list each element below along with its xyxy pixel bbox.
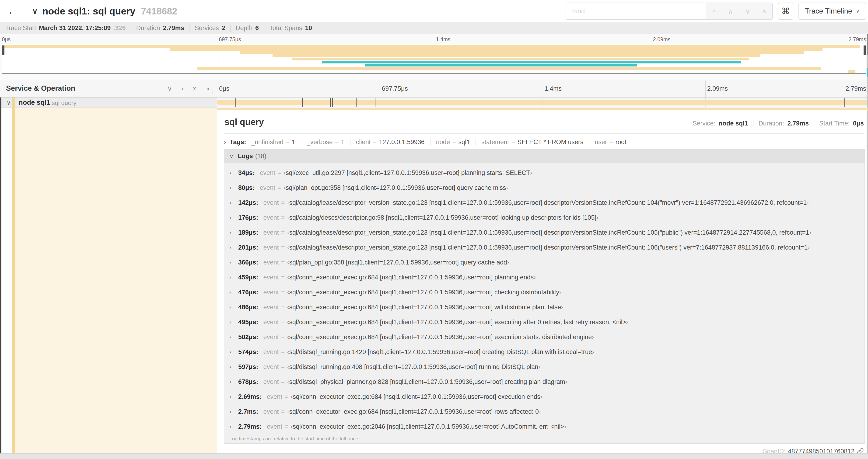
span-bar-cell[interactable]: [217, 97, 868, 108]
log-entry[interactable]: ›80μs:event=‹sql/plan_opt.go:358 [nsql1,…: [224, 180, 865, 195]
span-duration-bar[interactable]: [217, 100, 868, 105]
log-expander-icon[interactable]: ›: [229, 259, 238, 266]
log-entry[interactable]: ›678μs:event=‹sql/distsql_physical_plann…: [224, 374, 865, 389]
log-expander-icon[interactable]: ›: [229, 423, 238, 430]
tag-item[interactable]: _unfinished=1: [251, 138, 296, 146]
log-expander-icon[interactable]: ›: [229, 334, 238, 340]
collapse-all-icon[interactable]: »: [191, 87, 198, 91]
column-resizer-grip[interactable]: ∥: [211, 89, 214, 95]
log-entry[interactable]: ›142μs:event=‹sql/catalog/lease/descript…: [224, 195, 865, 210]
log-expander-icon[interactable]: ›: [229, 393, 238, 400]
trace-start: Trace Start March 31 2022, 17:25:09.326: [5, 25, 126, 32]
clear-find-icon[interactable]: ×: [762, 7, 767, 15]
log-timestamp: 142μs:: [238, 199, 258, 206]
log-equals: =: [279, 408, 287, 415]
keyboard-shortcuts-button[interactable]: ⌘: [778, 3, 793, 20]
log-timestamp: 2.69ms:: [238, 393, 262, 400]
tag-item[interactable]: node=sql1: [436, 138, 470, 146]
log-equals: =: [282, 393, 291, 400]
right-edge-scrollbar[interactable]: [867, 34, 868, 453]
chevron-down-icon: ∨: [856, 8, 860, 14]
timeline-minimap-section: 0μs697.75μs1.4ms2.09ms2.79ms: [0, 34, 868, 80]
log-expander-icon[interactable]: ›: [229, 364, 238, 370]
log-open-quote: ‹: [287, 274, 289, 281]
log-equals: =: [279, 259, 287, 266]
log-equals: =: [279, 304, 287, 311]
expand-all-icon[interactable]: »: [206, 85, 210, 92]
log-entry[interactable]: ›495μs:event=‹sql/conn_executor_exec.go:…: [224, 315, 865, 330]
minimap-span-bar: [365, 64, 637, 66]
log-entry[interactable]: ›2.69ms:event=‹sql/conn_executor_exec.go…: [224, 389, 865, 404]
tags-label: Tags:: [230, 138, 246, 146]
log-timestamp: 459μs:: [238, 274, 258, 281]
scrollbar-thumb[interactable]: [867, 34, 868, 55]
tag-item[interactable]: _verbose=1: [307, 138, 345, 146]
tags-row[interactable]: › Tags: _unfinished=1_verbose=1client=12…: [224, 136, 864, 148]
next-match-icon[interactable]: ∨: [745, 7, 750, 15]
log-entry[interactable]: ›366μs:event=‹sql/plan_opt.go:358 [nsql1…: [224, 255, 865, 270]
back-button[interactable]: ←: [0, 0, 25, 22]
log-entry[interactable]: ›2.7ms:event=‹sql/conn_executor_exec.go:…: [224, 404, 865, 419]
log-field-key: event: [264, 214, 279, 221]
trace-depth: Depth 6: [236, 25, 259, 32]
log-entry[interactable]: ›2.79ms:event=‹sql/conn_executor_exec.go…: [224, 419, 865, 434]
timeline-minimap[interactable]: [2, 44, 866, 74]
minimap-span-bar: [848, 70, 856, 73]
log-entry[interactable]: ›176μs:event=‹sql/catalog/descs/descript…: [224, 210, 865, 225]
span-row[interactable]: ∨ node sql1 sql query: [0, 97, 868, 108]
log-entry[interactable]: ›201μs:event=‹sql/catalog/lease/descript…: [224, 240, 865, 255]
log-field-key: event: [264, 244, 279, 251]
log-open-quote: ‹: [287, 363, 289, 371]
log-field-value: sql/conn_executor_exec.go:684 [nsql1,cli…: [289, 289, 559, 296]
log-expander-icon[interactable]: ›: [229, 379, 238, 385]
duration-value: 2.79ms: [163, 25, 184, 32]
log-expander-icon[interactable]: ›: [229, 170, 238, 176]
collapse-one-icon[interactable]: ∨: [167, 85, 172, 93]
log-expander-icon[interactable]: ›: [229, 199, 238, 206]
log-entry[interactable]: ›476μs:event=‹sql/conn_executor_exec.go:…: [224, 285, 865, 300]
collapse-trace-icon[interactable]: ∨: [32, 7, 37, 15]
log-entry[interactable]: ›189μs:event=‹sql/catalog/lease/descript…: [224, 225, 865, 240]
log-marker: [844, 98, 845, 107]
log-expander-icon[interactable]: ›: [229, 319, 238, 325]
log-close-quote: ›: [809, 229, 811, 236]
log-expander-icon[interactable]: ›: [229, 289, 238, 296]
tags-expander-icon[interactable]: ›: [224, 138, 226, 146]
span-collapse-icon[interactable]: ∨: [6, 99, 11, 106]
service-value: node sql1: [719, 120, 748, 127]
logs-header[interactable]: ∨ Logs (18): [224, 150, 865, 163]
log-expander-icon[interactable]: ›: [229, 274, 238, 281]
logs-section: ∨ Logs (18) ›34μs:event=‹sql/exec_util.g…: [224, 149, 865, 444]
log-expander-icon[interactable]: ›: [229, 304, 238, 310]
log-entry[interactable]: ›486μs:event=‹sql/conn_executor_exec.go:…: [224, 300, 865, 315]
log-field-key: event: [264, 199, 279, 206]
tag-item[interactable]: statement=SELECT * FROM users: [482, 138, 583, 146]
expand-one-icon[interactable]: ›: [182, 85, 184, 92]
log-entry[interactable]: ›34μs:event=‹sql/exec_util.go:2297 [nsql…: [224, 165, 865, 180]
log-entry[interactable]: ›502μs:event=‹sql/conn_executor_exec.go:…: [224, 330, 865, 345]
prev-match-icon[interactable]: ∧: [728, 7, 733, 15]
scrollbar-teal-mark: [867, 68, 868, 77]
tag-item[interactable]: client=127.0.0.1:59936: [356, 138, 425, 146]
log-expander-icon[interactable]: ›: [229, 408, 238, 415]
log-marker: [258, 98, 258, 107]
log-open-quote: ‹: [287, 259, 289, 266]
locate-match-icon[interactable]: ⌖: [712, 7, 716, 15]
timeline-header: 0μs697.75μs1.4ms2.09ms2.79ms: [217, 80, 868, 97]
minimap-right-scrubber[interactable]: [864, 45, 866, 55]
trace-view-selector[interactable]: Trace Timeline ∨: [799, 3, 866, 20]
log-expander-icon[interactable]: ›: [229, 349, 238, 355]
log-entry[interactable]: ›597μs:event=‹sql/distsql_running.go:498…: [224, 359, 865, 374]
log-expander-icon[interactable]: ›: [229, 185, 238, 191]
find-input[interactable]: [566, 3, 706, 19]
log-expander-icon[interactable]: ›: [229, 244, 238, 251]
log-expander-icon[interactable]: ›: [229, 229, 238, 236]
log-expander-icon[interactable]: ›: [229, 214, 238, 221]
span-name-cell[interactable]: ∨ node sql1 sql query: [0, 97, 217, 108]
minimap-left-scrubber[interactable]: [2, 45, 4, 55]
log-close-quote: ›: [626, 319, 628, 326]
logs-label: Logs: [238, 153, 253, 160]
tag-item[interactable]: user=root: [595, 138, 626, 146]
log-entry[interactable]: ›459μs:event=‹sql/conn_executor_exec.go:…: [224, 270, 865, 285]
log-entry[interactable]: ›574μs:event=‹sql/distsql_running.go:142…: [224, 345, 865, 359]
